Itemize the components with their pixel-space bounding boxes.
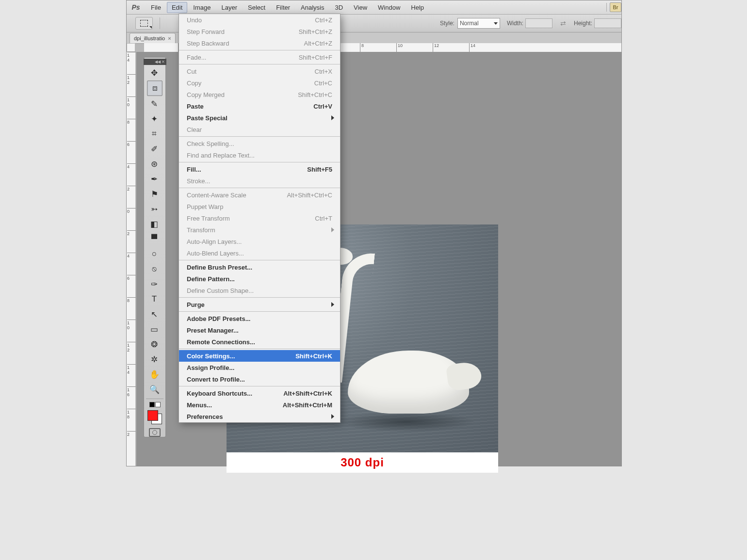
menu-item-free-transform: Free TransformCtrl+T	[179, 212, 340, 224]
brush-tool[interactable]: ✒	[147, 172, 162, 186]
dodge-tool[interactable]: ⍉	[147, 262, 162, 276]
menubar-divider	[606, 3, 607, 12]
menu-edit[interactable]: Edit	[167, 2, 187, 13]
menu-item-purge[interactable]: Purge	[179, 299, 340, 310]
menu-item-define-custom-shape: Define Custom Shape...	[179, 285, 340, 296]
menu-item-content-aware-scale: Content-Aware ScaleAlt+Shift+Ctrl+C	[179, 189, 340, 201]
menu-item-remote-connections[interactable]: Remote Connections...	[179, 336, 340, 348]
3d-camera-tool[interactable]: ✲	[147, 352, 162, 367]
menu-item-fade: Fade...Shift+Ctrl+F	[179, 51, 340, 63]
menu-item-paste-special[interactable]: Paste Special	[179, 112, 340, 124]
menu-3d[interactable]: 3D	[330, 2, 348, 13]
menu-item-define-brush-preset[interactable]: Define Brush Preset...	[179, 261, 340, 273]
menu-item-copy-merged: Copy MergedShift+Ctrl+C	[179, 89, 340, 100]
document-tab-title: dpi_illustratio	[134, 35, 165, 41]
color-swatch[interactable]	[146, 409, 163, 425]
menu-item-auto-align-layers: Auto-Align Layers...	[179, 236, 340, 247]
3d-tool[interactable]: ❂	[147, 337, 162, 352]
menu-item-cut: CutCtrl+X	[179, 65, 340, 77]
menu-item-menus[interactable]: Menus...Alt+Shift+Ctrl+M	[179, 399, 340, 411]
menu-view[interactable]: View	[349, 2, 372, 13]
foreground-color-swatch[interactable]	[147, 410, 158, 421]
shape-tool[interactable]: ▭	[147, 322, 162, 336]
app-screenshot: Ps FileEditImageLayerSelectFilterAnalysi…	[0, 0, 747, 560]
marquee-icon	[140, 20, 148, 27]
menu-item-stroke: Stroke...	[179, 175, 340, 187]
gradient-tool[interactable]: ▀	[147, 232, 162, 246]
menu-item-fill[interactable]: Fill...Shift+F5	[179, 163, 340, 175]
menu-item-define-pattern[interactable]: Define Pattern...	[179, 273, 340, 285]
style-control: Style: Normal	[440, 18, 500, 29]
dpi-value-text: 300 dpi	[341, 456, 384, 469]
style-select[interactable]: Normal	[457, 18, 500, 29]
crop-tool[interactable]: ⌗	[147, 127, 162, 141]
tools-panel-header[interactable]: ◀◀ ✕	[144, 59, 166, 65]
menu-layer[interactable]: Layer	[217, 2, 243, 13]
menu-file[interactable]: File	[146, 2, 166, 13]
menu-item-transform: Transform	[179, 224, 340, 236]
path-selection-tool[interactable]: ↖	[147, 307, 162, 321]
height-input[interactable]	[594, 18, 621, 28]
menu-item-preset-manager[interactable]: Preset Manager...	[179, 324, 340, 336]
chevron-down-icon	[494, 22, 498, 25]
document-tab[interactable]: dpi_illustratio ×	[130, 33, 176, 43]
menu-item-auto-blend-layers: Auto-Blend Layers...	[179, 247, 340, 259]
marquee-tool[interactable]: ⧈	[147, 80, 162, 96]
eyedropper-tool[interactable]: ✐	[147, 142, 162, 156]
menu-analysis[interactable]: Analysis	[296, 2, 329, 13]
healing-tool[interactable]: ⊛	[147, 157, 162, 171]
menu-item-puppet-warp: Puppet Warp	[179, 201, 340, 212]
dropdown-triangle-icon	[149, 26, 152, 29]
edit-menu-dropdown: UndoCtrl+ZStep ForwardShift+Ctrl+ZStep B…	[179, 14, 341, 423]
collapse-icon[interactable]: ◀◀	[155, 60, 161, 64]
menu-item-keyboard-shortcuts[interactable]: Keyboard Shortcuts...Alt+Shift+Ctrl+K	[179, 387, 340, 399]
close-icon[interactable]: ×	[168, 35, 171, 41]
menu-item-undo: UndoCtrl+Z	[179, 14, 340, 26]
dpi-label-strip: 300 dpi	[227, 452, 498, 473]
zoom-tool[interactable]: 🔍	[147, 382, 162, 397]
width-label: Width:	[507, 20, 523, 27]
type-tool[interactable]: T	[147, 292, 162, 306]
close-icon[interactable]: ✕	[162, 60, 165, 64]
quick-mask-icon[interactable]	[149, 428, 161, 437]
swap-dimensions-icon[interactable]: ⇄	[559, 19, 567, 27]
menu-item-clear: Clear	[179, 124, 340, 135]
menu-item-color-settings[interactable]: Color Settings...Shift+Ctrl+K	[179, 350, 340, 362]
magic-wand-tool[interactable]: ✦	[147, 112, 162, 126]
ps-logo: Ps	[130, 2, 142, 12]
width-input[interactable]	[525, 18, 552, 28]
menu-select[interactable]: Select	[243, 2, 270, 13]
ruler-origin	[127, 43, 135, 52]
menu-bar: Ps FileEditImageLayerSelectFilterAnalysi…	[127, 0, 621, 15]
menu-item-convert-to-profile[interactable]: Convert to Profile...	[179, 373, 340, 385]
menu-item-copy: CopyCtrl+C	[179, 77, 340, 89]
active-tool-preset[interactable]	[135, 17, 153, 30]
menu-item-find-and-replace-text: Find and Replace Text...	[179, 149, 340, 161]
style-label: Style:	[440, 20, 455, 27]
menu-item-assign-profile[interactable]: Assign Profile...	[179, 362, 340, 373]
menu-item-step-forward: Step ForwardShift+Ctrl+Z	[179, 26, 340, 37]
menu-filter[interactable]: Filter	[271, 2, 295, 13]
menu-item-paste[interactable]: PasteCtrl+V	[179, 100, 340, 112]
default-colors-icon[interactable]	[149, 402, 161, 407]
move-tool[interactable]: ✥	[147, 65, 162, 80]
swan-reflection	[336, 412, 476, 432]
eraser-tool[interactable]: ◧	[147, 217, 162, 231]
menu-item-step-backward: Step BackwardAlt+Ctrl+Z	[179, 37, 340, 49]
menu-item-check-spelling: Check Spelling...	[179, 138, 340, 149]
menu-item-preferences[interactable]: Preferences	[179, 411, 340, 422]
height-label: Height:	[574, 20, 592, 27]
stamp-tool[interactable]: ⚑	[147, 187, 162, 201]
bridge-launch-button[interactable]: Br	[610, 2, 621, 12]
blur-tool[interactable]: ○	[147, 247, 162, 261]
history-brush-tool[interactable]: ➳	[147, 202, 162, 216]
pen-tool[interactable]: ✑	[147, 277, 162, 291]
menu-help[interactable]: Help	[406, 2, 429, 13]
menu-item-adobe-pdf-presets[interactable]: Adobe PDF Presets...	[179, 313, 340, 324]
hand-tool[interactable]: ✋	[147, 367, 162, 382]
lasso-tool[interactable]: ✎	[147, 96, 162, 111]
vertical-ruler: 14121086420246810121416182	[127, 52, 136, 466]
tools-panel[interactable]: ◀◀ ✕ ✥⧈✎✦⌗✐⊛✒⚑➳◧▀○⍉✑T↖▭❂✲✋🔍	[144, 57, 166, 437]
menu-image[interactable]: Image	[188, 2, 215, 13]
menu-window[interactable]: Window	[373, 2, 405, 13]
